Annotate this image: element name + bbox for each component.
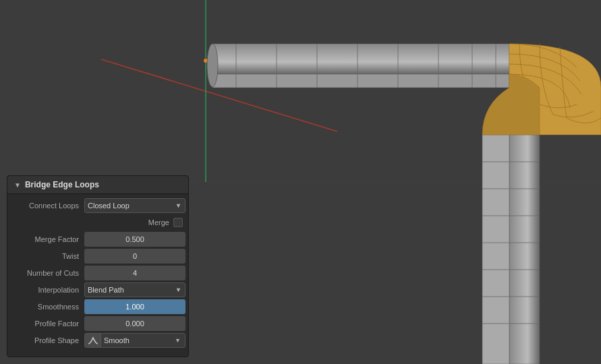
smoothness-control <box>84 299 185 314</box>
svg-marker-12 <box>212 74 509 88</box>
merge-factor-input[interactable] <box>84 232 185 247</box>
merge-factor-row: Merge Factor <box>10 232 185 247</box>
interpolation-control: Linear Blend Path Blend Surface Perpendi… <box>84 282 185 297</box>
twist-row: Twist <box>10 249 185 264</box>
profile-shape-row: Profile Shape Smooth Sphere Root InvRoot <box>10 333 185 348</box>
interpolation-select[interactable]: Linear Blend Path Blend Surface Perpendi… <box>84 282 185 297</box>
merge-label: Merge <box>148 218 169 226</box>
profile-factor-label: Profile Factor <box>10 320 84 328</box>
interpolation-select-wrapper: Linear Blend Path Blend Surface Perpendi… <box>84 282 185 297</box>
profile-shape-label: Profile Shape <box>10 336 84 344</box>
merge-factor-control <box>84 232 185 247</box>
smoothness-input[interactable] <box>84 299 185 314</box>
connect-loops-control: Open Loop Closed Loop Loop Pairs ▼ <box>84 198 185 213</box>
merge-checkbox[interactable] <box>173 218 183 227</box>
panel-body: Connect Loops Open Loop Closed Loop Loop… <box>7 194 188 351</box>
twist-label: Twist <box>10 252 84 260</box>
bridge-edge-loops-panel: ▼ Bridge Edge Loops Connect Loops Open L… <box>7 175 189 357</box>
profile-shape-select[interactable]: Smooth Sphere Root InvRoot Sharp Linear <box>101 336 185 344</box>
connect-loops-label: Connect Loops <box>10 202 84 210</box>
svg-point-30 <box>207 44 218 87</box>
profile-factor-control <box>84 316 185 331</box>
smoothness-label: Smoothness <box>10 303 84 311</box>
panel-header[interactable]: ▼ Bridge Edge Loops <box>7 176 188 194</box>
interpolation-label: Interpolation <box>10 286 84 294</box>
svg-marker-11 <box>212 44 509 74</box>
connect-loops-row: Connect Loops Open Loop Closed Loop Loop… <box>10 198 185 213</box>
number-of-cuts-input[interactable] <box>84 266 185 280</box>
panel-collapse-arrow: ▼ <box>14 181 21 189</box>
number-of-cuts-row: Number of Cuts <box>10 266 185 280</box>
profile-shape-wrapper: Smooth Sphere Root InvRoot Sharp Linear … <box>84 333 185 348</box>
twist-control <box>84 249 185 264</box>
profile-factor-input[interactable] <box>84 316 185 331</box>
profile-shape-icon <box>85 333 101 348</box>
merge-row: Merge <box>10 215 185 230</box>
profile-factor-row: Profile Factor <box>10 316 185 331</box>
number-of-cuts-control <box>84 266 185 280</box>
svg-marker-21 <box>509 135 540 364</box>
interpolation-row: Interpolation Linear Blend Path Blend Su… <box>10 282 185 297</box>
connect-loops-select-wrapper: Open Loop Closed Loop Loop Pairs ▼ <box>84 198 185 213</box>
twist-input[interactable] <box>84 249 185 264</box>
merge-factor-label: Merge Factor <box>10 235 84 243</box>
profile-shape-control: Smooth Sphere Root InvRoot Sharp Linear … <box>84 333 185 348</box>
number-of-cuts-label: Number of Cuts <box>10 269 84 277</box>
svg-marker-22 <box>482 135 509 364</box>
connect-loops-select[interactable]: Open Loop Closed Loop Loop Pairs <box>84 198 185 213</box>
smoothness-row: Smoothness <box>10 299 185 314</box>
panel-title: Bridge Edge Loops <box>25 180 99 189</box>
